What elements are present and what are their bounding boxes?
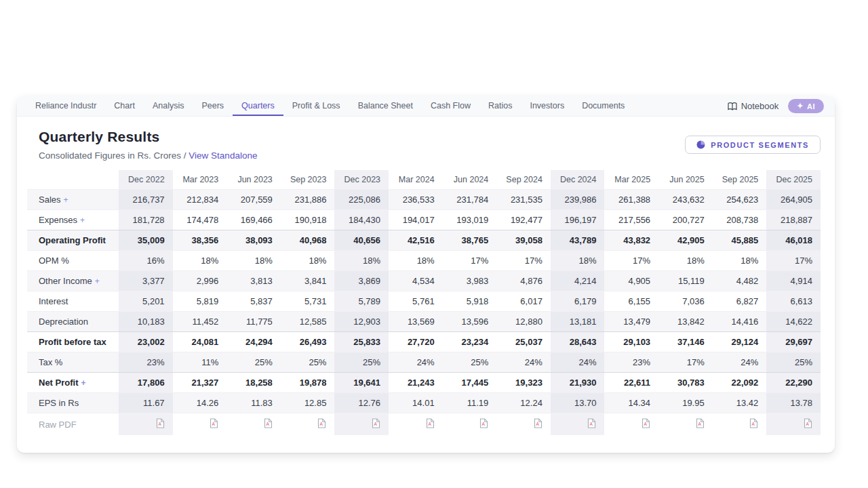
value-cell: 14.34: [604, 393, 658, 413]
value-cell: 208,738: [713, 210, 767, 230]
pdf-file-icon[interactable]: A: [317, 418, 326, 428]
value-cell: 13.78: [766, 393, 821, 413]
value-cell: 12.76: [334, 393, 389, 413]
value-cell: 12,880: [496, 312, 551, 332]
value-cell: 23,002: [119, 332, 173, 352]
pdf-cell: A: [389, 413, 443, 436]
table-body: Sales+216,737212,834207,559231,886225,08…: [27, 190, 821, 436]
pdf-file-icon[interactable]: A: [534, 418, 542, 428]
value-cell: 6,613: [766, 291, 821, 312]
expand-plus-icon[interactable]: +: [64, 195, 68, 205]
expand-plus-icon[interactable]: +: [81, 378, 86, 388]
value-cell: 30,783: [658, 373, 713, 393]
tab-chart[interactable]: Chart: [105, 96, 144, 116]
value-cell: 3,377: [119, 271, 173, 291]
tab-quarters[interactable]: Quarters: [233, 96, 283, 116]
column-header-sep-2023: Sep 2023: [281, 170, 335, 190]
tab-balance-sheet[interactable]: Balance Sheet: [349, 96, 422, 116]
title-block: Quarterly Results Consolidated Figures i…: [39, 129, 257, 161]
value-cell: 14,622: [766, 312, 821, 332]
row-label-expenses: Expenses+: [27, 210, 119, 230]
pdf-file-icon[interactable]: A: [426, 418, 435, 428]
pdf-file-icon[interactable]: A: [642, 418, 650, 428]
tab-analysis[interactable]: Analysis: [144, 96, 193, 116]
value-cell: 18%: [658, 251, 713, 271]
value-cell: 25%: [281, 352, 335, 373]
value-cell: 46,018: [766, 230, 821, 251]
view-standalone-link[interactable]: View Standalone: [189, 150, 257, 161]
product-segments-button[interactable]: PRODUCT SEGMENTS: [685, 136, 821, 154]
value-cell: 216,737: [119, 190, 173, 210]
pdf-file-icon[interactable]: A: [156, 418, 165, 428]
card-content: Quarterly Results Consolidated Figures i…: [17, 117, 835, 453]
value-cell: 43,832: [604, 230, 658, 251]
value-cell: 25%: [443, 352, 497, 373]
value-cell: 21,327: [173, 373, 227, 393]
value-cell: 21,930: [551, 373, 605, 393]
pdf-file-icon[interactable]: A: [479, 418, 488, 428]
value-cell: 24%: [551, 352, 605, 373]
svg-text:A: A: [482, 422, 486, 426]
notebook-label: Notebook: [741, 101, 779, 111]
value-cell: 2,996: [173, 271, 227, 291]
tab-reliance-industr[interactable]: Reliance Industr: [26, 96, 105, 116]
row-label-tax: Tax %: [27, 352, 119, 373]
value-cell: 5,789: [334, 291, 389, 312]
value-cell: 261,388: [604, 190, 658, 210]
value-cell: 11%: [173, 352, 227, 373]
value-cell: 231,784: [443, 190, 497, 210]
value-cell: 16%: [119, 251, 173, 271]
pdf-cell: A: [334, 413, 389, 436]
pdf-file-icon[interactable]: A: [372, 418, 380, 428]
value-cell: 5,761: [389, 291, 443, 312]
pdf-file-icon[interactable]: A: [804, 418, 812, 428]
value-cell: 18%: [173, 251, 227, 271]
expand-plus-icon[interactable]: +: [95, 277, 100, 286]
value-cell: 22,611: [604, 373, 658, 393]
pdf-file-icon[interactable]: A: [587, 418, 596, 428]
pdf-cell: A: [604, 413, 658, 436]
pdf-file-icon[interactable]: A: [749, 418, 758, 428]
pdf-cell: A: [226, 413, 281, 436]
pdf-file-icon[interactable]: A: [264, 418, 273, 428]
value-cell: 5,918: [443, 291, 497, 312]
column-header-sep-2025: Sep 2025: [713, 170, 767, 190]
expand-plus-icon[interactable]: +: [80, 216, 85, 225]
tab-cash-flow[interactable]: Cash Flow: [422, 96, 479, 116]
value-cell: 231,886: [281, 190, 335, 210]
row-label-profit-before-tax: Profit before tax: [27, 332, 119, 352]
tab-documents[interactable]: Documents: [573, 96, 633, 116]
value-cell: 4,876: [496, 271, 551, 291]
svg-text:A: A: [212, 422, 216, 426]
table-row-interest: Interest5,2015,8195,8375,7315,7895,7615,…: [27, 291, 821, 312]
tab-profit-loss[interactable]: Profit & Loss: [283, 96, 349, 116]
svg-text:A: A: [320, 422, 323, 426]
value-cell: 6,155: [604, 291, 658, 312]
value-cell: 181,728: [119, 210, 173, 230]
pdf-file-icon[interactable]: A: [696, 418, 705, 428]
value-cell: 42,516: [389, 230, 443, 251]
value-cell: 194,017: [389, 210, 443, 230]
value-cell: 25%: [766, 352, 821, 373]
pdf-cell: A: [443, 413, 497, 436]
value-cell: 11.83: [226, 393, 281, 413]
row-label-net-profit: Net Profit+: [27, 373, 119, 393]
value-cell: 24%: [713, 352, 767, 373]
svg-text:A: A: [644, 422, 647, 426]
value-cell: 3,841: [281, 271, 335, 291]
value-cell: 24,294: [226, 332, 281, 352]
pdf-file-icon[interactable]: A: [210, 418, 218, 428]
value-cell: 6,179: [551, 291, 605, 312]
tab-peers[interactable]: Peers: [193, 96, 233, 116]
ai-button[interactable]: ✦ AI: [788, 99, 824, 113]
column-header-dec-2022: Dec 2022: [119, 170, 173, 190]
value-cell: 42,905: [658, 230, 713, 251]
pdf-cell: A: [119, 413, 173, 436]
tab-investors[interactable]: Investors: [521, 96, 573, 116]
value-cell: 14,416: [713, 312, 767, 332]
value-cell: 18%: [226, 251, 281, 271]
table-row-net-profit: Net Profit+17,80621,32718,25819,87819,64…: [27, 373, 821, 393]
row-label-depreciation: Depreciation: [27, 312, 119, 332]
notebook-button[interactable]: Notebook: [728, 101, 779, 111]
tab-ratios[interactable]: Ratios: [479, 96, 521, 116]
